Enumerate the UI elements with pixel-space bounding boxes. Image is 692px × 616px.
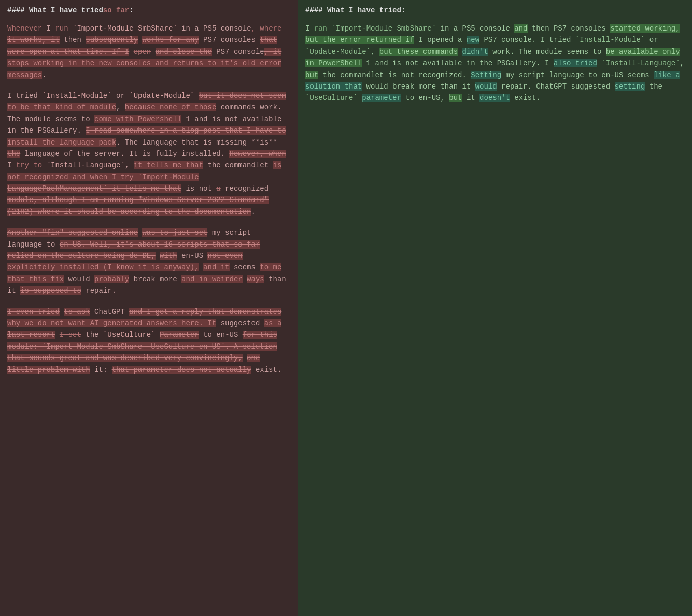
left-header: #### What I have triedso far: <box>7 6 290 15</box>
left-block-2: I tried `Install-Module` or `Update-Modu… <box>7 90 290 218</box>
left-block-1: Whenever I run `Import-Module SmbShare` … <box>7 23 290 81</box>
right-block-1: I ran `Import-Module SmbShare` in a PS5 … <box>305 23 685 104</box>
left-panel: #### What I have triedso far: Whenever I… <box>0 0 298 616</box>
right-panel: #### What I have tried: I ran `Import-Mo… <box>298 0 692 616</box>
left-block-4: I even tried to ask ChatGPT and I got a … <box>7 306 290 376</box>
main-container: #### What I have triedso far: Whenever I… <box>0 0 692 616</box>
left-block-3: Another "fix" suggested online was to ju… <box>7 227 290 296</box>
right-header: #### What I have tried: <box>305 6 685 15</box>
